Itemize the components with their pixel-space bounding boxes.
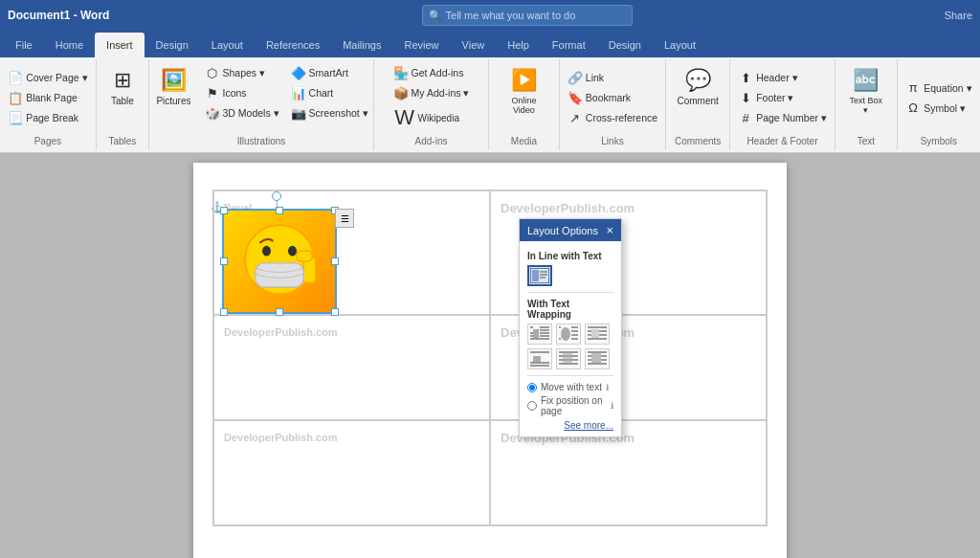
- table-button[interactable]: ⊞ Table: [101, 63, 144, 108]
- move-with-text-option[interactable]: Move with text ℹ: [527, 382, 613, 392]
- ribbon-group-media: ▶️ Online Video Media: [489, 59, 560, 150]
- symbol-button[interactable]: ΩSymbol ▾: [902, 99, 969, 118]
- handle-tl[interactable]: [220, 207, 228, 214]
- search-bar[interactable]: 🔍 Tell me what you want to do: [422, 5, 633, 26]
- cross-reference-button[interactable]: ↗Cross-reference: [564, 108, 661, 127]
- wm-text-top-right: DeveloperPublish.com: [501, 201, 635, 215]
- 3d-models-button[interactable]: 🎲3D Models ▾: [201, 103, 283, 123]
- svg-rect-41: [559, 363, 578, 365]
- svg-rect-22: [571, 326, 578, 328]
- symbols-group-label: Symbols: [917, 134, 961, 148]
- screenshot-icon: 📷: [291, 105, 306, 121]
- comment-button[interactable]: 💬 Comment: [671, 63, 724, 108]
- text-box-button[interactable]: 🔤 Text Box ▾: [841, 63, 891, 117]
- wrap-through[interactable]: [585, 324, 610, 345]
- svg-point-1: [262, 246, 271, 257]
- layout-options-trigger[interactable]: ☰: [335, 209, 354, 228]
- header-button[interactable]: ⬆Header ▾: [734, 68, 801, 87]
- layout-popup-title: Layout Options: [527, 225, 598, 236]
- pictures-button[interactable]: 🖼️ Pictures: [150, 63, 196, 108]
- symbol-icon: Ω: [905, 100, 921, 116]
- tab-file[interactable]: File: [4, 33, 44, 57]
- online-video-button[interactable]: ▶️ Online Video: [495, 63, 553, 117]
- handle-mr[interactable]: [331, 257, 339, 265]
- tab-format[interactable]: Format: [541, 33, 597, 57]
- fix-position-option[interactable]: Fix position on page ℹ: [527, 395, 613, 416]
- icons-button[interactable]: ⚑Icons: [201, 83, 283, 102]
- handle-bc[interactable]: [276, 308, 283, 316]
- link-button[interactable]: 🔗Link: [564, 68, 608, 87]
- tab-view[interactable]: View: [451, 33, 497, 57]
- ribbon-group-text: 🔤 Text Box ▾ Text: [835, 59, 898, 150]
- wrap-behind[interactable]: [556, 348, 581, 369]
- shapes-button[interactable]: ⬡Shapes ▾: [201, 63, 283, 82]
- text-group-label: Text: [854, 134, 879, 148]
- cover-page-button[interactable]: 📄Cover Page ▾: [4, 68, 91, 87]
- wrap-infront[interactable]: [585, 348, 610, 369]
- svg-rect-18: [540, 335, 549, 337]
- ribbon-content: 📄Cover Page ▾ 📋Blank Page 📃Page Break Pa…: [0, 57, 980, 153]
- pages-group-label: Pages: [31, 134, 65, 148]
- page-number-button[interactable]: #Page Number ▾: [734, 108, 831, 127]
- tab-design2[interactable]: Design: [597, 33, 653, 57]
- svg-rect-10: [540, 277, 546, 279]
- svg-rect-13: [540, 326, 549, 328]
- page-break-button[interactable]: 📃Page Break: [4, 108, 82, 127]
- tab-design[interactable]: Design: [145, 33, 200, 57]
- doc-image-container[interactable]: [222, 209, 337, 314]
- 3d-models-icon: 🎲: [205, 105, 220, 121]
- handle-bl[interactable]: [220, 308, 228, 316]
- ribbon-tabs: File Home Insert Design Layout Reference…: [0, 31, 980, 57]
- handle-br[interactable]: [331, 308, 339, 316]
- get-addins-icon: 🏪: [393, 65, 409, 80]
- link-icon: 🔗: [568, 70, 583, 85]
- comments-group-label: Comments: [671, 134, 724, 148]
- see-more-link[interactable]: See more...: [527, 420, 613, 431]
- wrapping-section-label: With Text Wrapping: [527, 299, 613, 320]
- online-video-icon: ▶️: [508, 65, 539, 96]
- screenshot-button[interactable]: 📷Screenshot ▾: [287, 103, 372, 123]
- wrap-square[interactable]: [527, 324, 552, 345]
- bookmark-button[interactable]: 🔖Bookmark: [564, 88, 635, 107]
- layout-popup-close[interactable]: ×: [606, 223, 613, 237]
- svg-rect-23: [571, 330, 578, 332]
- svg-rect-46: [588, 363, 607, 365]
- equation-button[interactable]: πEquation ▾: [902, 78, 975, 98]
- media-group-label: Media: [507, 134, 541, 148]
- comment-icon: 💬: [682, 65, 713, 96]
- smartart-button[interactable]: 🔷SmartArt: [287, 63, 372, 82]
- svg-rect-33: [588, 338, 607, 340]
- get-addins-button[interactable]: 🏪Get Add-ins: [390, 63, 468, 82]
- tab-home[interactable]: Home: [44, 33, 95, 57]
- wrap-topbottom[interactable]: [527, 348, 552, 369]
- tab-mailings[interactable]: Mailings: [331, 33, 392, 57]
- tab-help[interactable]: Help: [496, 33, 541, 57]
- footer-button[interactable]: ⬇Footer ▾: [734, 88, 797, 107]
- document-area: ☰ ⚓ Layout Options × In Line with Text: [0, 153, 980, 558]
- cover-page-icon: 📄: [8, 70, 23, 85]
- tab-layout2[interactable]: Layout: [653, 33, 707, 57]
- app-header: Document1 - Word 🔍 Tell me what you want…: [0, 0, 980, 31]
- tab-references[interactable]: References: [255, 33, 331, 57]
- blank-page-button[interactable]: 📋Blank Page: [4, 88, 81, 107]
- handle-ml[interactable]: [220, 257, 228, 265]
- ribbon-group-pages: 📄Cover Page ▾ 📋Blank Page 📃Page Break Pa…: [0, 59, 97, 150]
- page-break-icon: 📃: [8, 110, 23, 125]
- tab-review[interactable]: Review: [393, 33, 451, 57]
- tab-insert[interactable]: Insert: [95, 33, 145, 57]
- chart-button[interactable]: 📊Chart: [287, 83, 372, 102]
- my-addins-button[interactable]: 📦My Add-ins ▾: [390, 83, 474, 102]
- svg-rect-32: [599, 334, 607, 336]
- inline-option[interactable]: [527, 265, 552, 286]
- share-button[interactable]: Share: [945, 10, 972, 21]
- search-placeholder: Tell me what you want to do: [446, 10, 576, 21]
- svg-rect-38: [559, 351, 578, 353]
- ribbon-group-links: 🔗Link 🔖Bookmark ↗Cross-reference Links: [560, 59, 666, 150]
- equation-icon: π: [905, 80, 921, 96]
- tab-layout[interactable]: Layout: [200, 33, 255, 57]
- wikipedia-button[interactable]: W Wikipedia: [390, 103, 461, 132]
- wrap-tight[interactable]: [556, 324, 581, 345]
- rotation-handle[interactable]: [272, 191, 281, 209]
- cross-reference-icon: ↗: [568, 110, 583, 125]
- svg-rect-36: [530, 362, 549, 364]
